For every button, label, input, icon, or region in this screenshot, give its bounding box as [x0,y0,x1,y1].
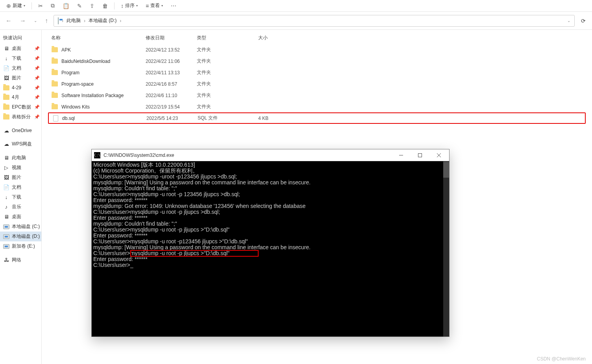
file-row[interactable]: APK2022/4/12 13:52文件夹 [48,44,586,55]
sidebar-item[interactable]: 📄文档 [0,182,41,192]
file-icon [52,115,59,122]
col-name[interactable]: 名称 [51,35,146,41]
view-button[interactable]: ≡查看▾ [142,1,166,10]
file-list: APK2022/4/12 13:52文件夹BaiduNetdiskDownloa… [48,44,586,124]
sidebar-item[interactable]: 🖥桌面 [0,212,41,222]
close-button[interactable] [431,150,447,161]
sidebar-item[interactable]: ♪音乐 [0,202,41,212]
col-size[interactable]: 大小 [240,35,268,41]
sidebar-item[interactable]: EPC数据📌 [0,102,41,112]
cmd-window[interactable]: C:\ C:\WINDOWS\system32\cmd.exe Microsof… [91,149,450,337]
file-row[interactable]: Program2022/4/11 13:13文件夹 [48,67,586,78]
drive-icon [3,243,9,250]
sidebar-item[interactable]: 本地磁盘 (C:) [0,222,41,232]
thispc-label: 此电脑 [12,154,26,161]
file-row[interactable]: Windows Kits2022/2/19 15:54文件夹 [48,101,586,112]
sidebar-wps[interactable]: ☁WPS网盘 [0,139,41,149]
ribbon-toolbar: ⊕新建▾ ✂ ⧉ 📋 ✎ ⇪ 🗑 ↕排序▾ ≡查看▾ ⋯ [0,0,592,12]
file-row[interactable]: db.sql2022/5/5 14:23SQL 文件4 KB [48,112,586,124]
delete-button[interactable]: 🗑 [99,2,111,10]
sidebar-item-label: EPC数据 [12,104,33,110]
cut-icon: ✂ [38,3,43,9]
maximize-button[interactable] [412,150,428,161]
history-dropdown[interactable]: ⌄ [31,17,39,24]
sidebar-item[interactable]: 4-29📌 [0,83,41,92]
sidebar-item[interactable]: 表格拆分📌 [0,112,41,122]
pin-icon: 📌 [35,66,39,71]
sidebar-item[interactable]: 新加卷 (E:) [0,241,41,251]
minimize-button[interactable] [393,150,409,161]
sort-label: 排序 [125,2,135,9]
rename-button[interactable]: ✎ [74,2,85,10]
view-icon: ≡ [146,3,149,9]
sidebar-item[interactable]: 🖼图片 [0,173,41,182]
sort-button[interactable]: ↕排序▾ [118,1,141,10]
file-date: 2022/2/19 15:54 [146,104,197,110]
cloud-icon: ☁ [3,141,9,147]
sidebar-item[interactable]: 本地磁盘 (D:) [0,232,41,241]
pin-icon: 📌 [35,105,39,110]
cmd-terminal-output[interactable]: Microsoft Windows [版本 10.0.22000.613](c)… [92,161,449,336]
up-button[interactable]: ↑ [43,16,50,26]
column-headers: 名称 修改日期 类型 大小 [48,33,586,43]
sidebar-item[interactable]: ↓下载 [0,192,41,202]
drive-icon: 📄 [3,184,9,191]
sidebar-item-label: 下载 [12,55,33,62]
file-name: Program-space [61,81,146,87]
pin-icon: 📌 [35,95,39,100]
file-row[interactable]: BaiduNetdiskDownload2022/4/22 11:06文件夹 [48,55,586,67]
desktop-icon: 🖥 [3,46,9,52]
copy-button[interactable]: ⧉ [48,1,58,10]
cut-button[interactable]: ✂ [35,2,46,10]
cmd-line: Microsoft Windows [版本 10.0.22000.613] [93,162,448,168]
cmd-line: C:\Users\user>mysqldump -u root -p jljup… [93,250,448,256]
col-date[interactable]: 修改日期 [146,35,197,41]
file-type: 文件夹 [197,92,240,99]
folder-icon [51,46,58,53]
col-type[interactable]: 类型 [197,35,240,41]
sidebar-network[interactable]: 🖧网络 [0,255,41,265]
share-button[interactable]: ⇪ [87,2,98,10]
file-row[interactable]: Program-space2022/4/16 8:57文件夹 [48,78,586,90]
breadcrumb-root[interactable]: 此电脑 [67,17,81,24]
plus-icon: ⊕ [6,3,11,9]
breadcrumb-separator: › [84,18,85,24]
sidebar-item[interactable]: 🖼图片📌 [0,73,41,83]
file-type: 文件夹 [197,81,240,87]
breadcrumb-drive[interactable]: 本地磁盘 (D:) [89,17,117,24]
drive-icon: ♪ [3,204,9,210]
new-button[interactable]: ⊕新建▾ [3,1,28,10]
sidebar-item[interactable]: 4月📌 [0,92,41,102]
chevron-down-icon: ▾ [161,4,163,7]
refresh-button[interactable]: ⟳ [578,16,589,26]
network-icon: 🖧 [3,257,9,263]
sidebar-item[interactable]: ▷视频 [0,163,41,173]
forward-button[interactable]: → [17,16,28,26]
sidebar-item[interactable]: ↓下载📌 [0,53,41,63]
file-row[interactable]: Software Installation Package2022/4/6 11… [48,90,586,101]
share-icon: ⇪ [90,3,94,9]
cmd-line: Enter password: ****** [93,256,448,262]
folder-icon [51,69,58,76]
svg-rect-1 [418,153,422,157]
more-button[interactable]: ⋯ [168,2,179,10]
cmd-title-text: C:\WINDOWS\system32\cmd.exe [104,153,390,158]
sidebar-item[interactable]: 📄文档📌 [0,63,41,73]
quick-access-header[interactable]: 快速访问 [0,32,41,44]
sidebar-item[interactable]: 🖥桌面📌 [0,44,41,53]
sidebar-onedrive[interactable]: ☁OneDrive [0,126,41,135]
address-bar[interactable]: › 此电脑 › 本地磁盘 (D:) › ⌄ [54,15,575,27]
sidebar-thispc[interactable]: 🖥此电脑 [0,153,41,163]
pin-icon: 📌 [35,114,39,119]
paste-button[interactable]: 📋 [59,2,72,10]
sidebar-item-label: 桌面 [12,45,33,52]
scrollbar-thumb[interactable] [443,162,449,178]
cmd-line: mysqldump: [Warning] Using a password on… [93,245,448,250]
folder-icon [51,103,58,110]
cmd-scrollbar[interactable] [443,161,449,336]
back-button[interactable]: ← [3,16,14,26]
cmd-line: C:\Users\user>_ [93,262,448,268]
address-dropdown[interactable]: ⌄ [567,18,570,23]
cmd-titlebar[interactable]: C:\ C:\WINDOWS\system32\cmd.exe [92,149,449,161]
file-date: 2022/4/16 8:57 [146,81,197,87]
